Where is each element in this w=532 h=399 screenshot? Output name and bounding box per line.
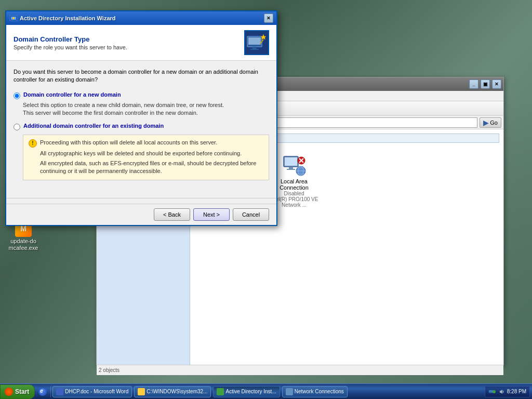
taskbar-system32-btn[interactable]: C:\WINDOWS\system32...	[134, 386, 211, 397]
taskbar-system32-label: C:\WINDOWS\system32...	[147, 389, 207, 394]
dialog-close-btn[interactable]: ✕	[264, 14, 273, 23]
net-minimize-btn[interactable]: _	[469, 79, 478, 89]
taskbar-right: 8:28 PM	[485, 386, 532, 397]
ad-icon	[217, 388, 224, 395]
dialog-titlebar: Active Directory Installation Wizard ✕	[6, 11, 276, 25]
radio-existing-domain[interactable]	[14, 124, 20, 130]
cancel-button[interactable]: Cancel	[233, 208, 269, 221]
net-taskbar-icon	[286, 388, 293, 395]
dialog-question: Do you want this server to become a doma…	[14, 68, 269, 84]
dialog-body: Do you want this server to become a doma…	[6, 61, 276, 193]
taskbar: Start DHCP.doc - Microsoft Word C:\WINDO…	[0, 383, 532, 399]
dialog-separator	[6, 198, 276, 198]
taskbar-items: DHCP.doc - Microsoft Word C:\WINDOWS\sys…	[51, 386, 484, 397]
dialog-title: Active Directory Installation Wizard	[20, 15, 262, 21]
dialog-header-title: Domain Controller Type	[14, 35, 244, 43]
net-status-bar: 2 objects	[97, 365, 503, 375]
connection-2-status: Disabled	[284, 191, 304, 196]
svg-point-42	[12, 17, 15, 19]
svg-rect-46	[250, 49, 259, 50]
dialog-header-icon	[244, 30, 269, 55]
taskbar-netconn-btn[interactable]: Network Connections	[282, 386, 348, 397]
svg-rect-44	[248, 37, 261, 45]
net-restore-btn[interactable]: ▣	[481, 79, 490, 89]
radio-option-existing-domain: Additional domain controller for an exis…	[14, 123, 269, 180]
ql-ie[interactable]	[37, 386, 48, 397]
taskbar-ad-label: Active Directory Inst...	[225, 389, 276, 394]
wizard-icon	[246, 32, 267, 53]
dialog-header-subtitle: Specify the role you want this server to…	[14, 44, 244, 50]
svg-point-51	[493, 390, 496, 393]
dialog-title-icon	[9, 14, 18, 22]
radio-new-domain-label[interactable]: Domain controller for a new domain	[23, 91, 121, 98]
start-label: Start	[15, 388, 29, 395]
taskbar-dhcp-btn[interactable]: DHCP.doc - Microsoft Word	[52, 386, 132, 397]
ad-dialog: Active Directory Installation Wizard ✕ D…	[5, 10, 277, 226]
svg-rect-31	[287, 169, 295, 170]
ie-icon	[38, 388, 47, 396]
back-button[interactable]: < Back	[154, 208, 190, 221]
net-close-btn[interactable]: ✕	[492, 79, 501, 89]
svg-rect-30	[289, 167, 293, 169]
warning-main-text: Proceeding with this option will delete …	[40, 139, 217, 145]
warning-detail-2: All encrypted data, such as EFS-encrypte…	[40, 159, 263, 176]
desktop-icon-label: update-do mcafee.exe	[7, 238, 39, 251]
speaker-icon	[498, 388, 505, 395]
system-tray: 8:28 PM	[485, 386, 530, 397]
dialog-footer: < Back Next > Cancel	[6, 204, 276, 225]
radio-option-new-domain: Domain controller for a new domain Selec…	[14, 91, 269, 117]
taskbar-ad-btn[interactable]: Active Directory Inst...	[213, 386, 280, 397]
folder-icon	[138, 388, 145, 395]
warning-detail-1: All cryptographic keys will be deleted a…	[40, 150, 263, 157]
desktop: M update-do mcafee.exe Network Connectio…	[0, 0, 532, 399]
start-orb	[5, 388, 13, 396]
start-button[interactable]: Start	[0, 384, 35, 399]
svg-marker-52	[500, 390, 502, 394]
radio-existing-domain-label[interactable]: Additional domain controller for an exis…	[23, 123, 164, 129]
radio-new-domain[interactable]	[14, 92, 20, 99]
taskbar-dhcp-label: DHCP.doc - Microsoft Word	[65, 389, 128, 394]
word-icon	[56, 388, 63, 395]
network-tray-icon	[488, 388, 496, 395]
warning-box: ! Proceeding with this option will delet…	[23, 135, 269, 180]
dialog-header: Domain Controller Type Specify the role …	[6, 25, 276, 61]
address-go-btn[interactable]: ▶ Go	[480, 117, 501, 128]
dialog-header-text: Domain Controller Type Specify the role …	[14, 35, 244, 50]
taskbar-time: 8:28 PM	[507, 389, 526, 394]
radio-new-domain-desc: Select this option to create a new child…	[23, 101, 269, 117]
svg-rect-29	[285, 157, 297, 166]
svg-rect-45	[252, 47, 257, 49]
quick-launch	[35, 386, 51, 397]
connection-2-icon	[282, 153, 307, 178]
next-button[interactable]: Next >	[193, 208, 230, 221]
warning-icon: !	[29, 139, 37, 148]
svg-rect-50	[490, 392, 491, 393]
taskbar-netconn-label: Network Connections	[295, 389, 344, 394]
